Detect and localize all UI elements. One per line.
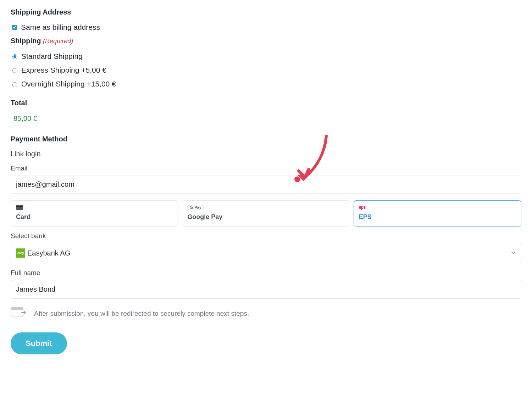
shipping-radio-standard[interactable] [12, 54, 17, 59]
link-login-label: Link login [11, 149, 521, 159]
submit-button[interactable]: Submit [11, 332, 67, 354]
payment-tab-eps[interactable]: êps EPS [354, 200, 521, 226]
svg-rect-1 [16, 206, 23, 207]
google-pay-icon: Pay [187, 204, 344, 211]
total-title: Total [11, 98, 521, 108]
shipping-title-row: Shipping (Required) [11, 36, 521, 46]
shipping-radio-overnight[interactable] [12, 82, 17, 87]
svg-rect-0 [16, 205, 23, 210]
email-input[interactable] [11, 175, 521, 194]
bank-name: Easybank AG [27, 248, 70, 258]
shipping-label-overnight: Overnight Shipping +15,00 € [21, 79, 116, 89]
redirect-icon [11, 307, 27, 321]
eps-icon: êps [359, 204, 516, 211]
shipping-label-express: Express Shipping +5,00 € [21, 65, 106, 75]
easybank-icon: easy [16, 248, 25, 258]
payment-tab-gpay-label: Google Pay [187, 213, 344, 221]
redirect-notice-row: After submission, you will be redirected… [11, 307, 521, 321]
chevron-down-icon [510, 248, 516, 258]
total-value: 85,00 € [13, 113, 521, 123]
select-bank-label: Select bank [11, 231, 521, 241]
shipping-label-standard: Standard Shipping [21, 51, 83, 61]
payment-tab-card-label: Card [16, 213, 173, 221]
shipping-option-express: Express Shipping +5,00 € [11, 65, 521, 75]
payment-tabs: Card Pay Google Pay êps EPS [11, 200, 521, 226]
same-as-billing-row: Same as billing address [11, 22, 521, 32]
bank-select[interactable]: easy Easybank AG [11, 243, 521, 263]
shipping-option-overnight: Overnight Shipping +15,00 € [11, 79, 521, 89]
payment-method-title: Payment Method [11, 134, 521, 144]
shipping-address-title: Shipping Address [11, 7, 521, 17]
payment-tab-eps-label: EPS [359, 213, 516, 221]
shipping-radio-express[interactable] [12, 68, 17, 73]
payment-tab-card[interactable]: Card [11, 200, 178, 226]
shipping-option-standard: Standard Shipping [11, 51, 521, 61]
full-name-label: Full name [11, 268, 521, 278]
shipping-title: Shipping [11, 37, 41, 45]
payment-tab-gpay[interactable]: Pay Google Pay [182, 200, 350, 226]
full-name-input[interactable] [11, 280, 521, 299]
redirect-notice-text: After submission, you will be redirected… [34, 309, 249, 319]
shipping-required-label: (Required) [43, 38, 73, 45]
same-as-billing-label: Same as billing address [21, 22, 100, 32]
email-label: Email [11, 164, 521, 173]
svg-rect-3 [11, 308, 23, 310]
same-as-billing-checkbox[interactable] [12, 25, 17, 30]
card-icon [16, 204, 173, 211]
